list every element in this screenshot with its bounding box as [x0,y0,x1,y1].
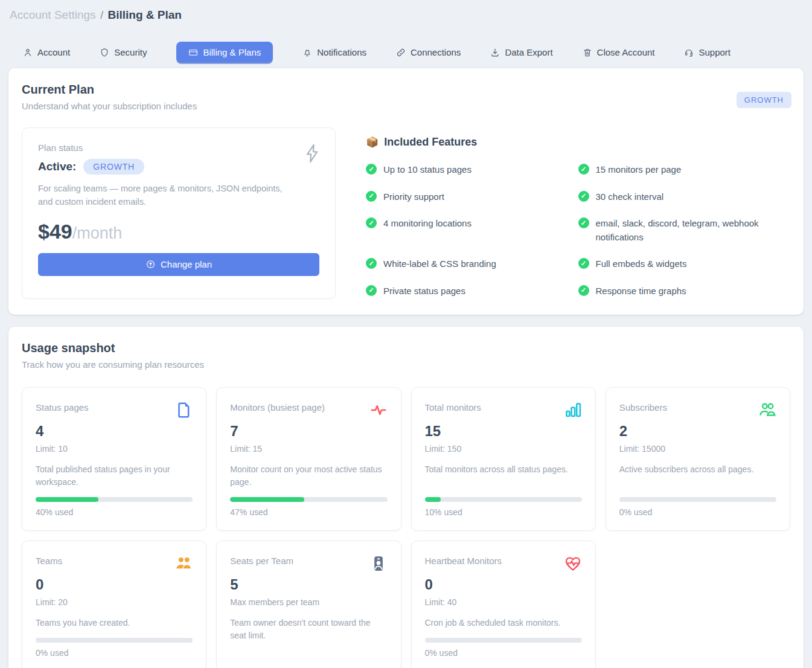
tab-connections[interactable]: Connections [396,42,461,63]
headset-icon [684,48,694,57]
usage-card-subscribers: Subscribers 2 Limit: 15000 Active subscr… [606,387,790,531]
usage-progress-fill [230,497,304,502]
feature-text: Up to 10 status pages [383,163,472,177]
usage-progress-track [230,497,387,502]
feature-item: Private status pages [366,284,578,298]
feature-item: Response time graphs [578,284,791,298]
tab-label: Support [699,47,730,57]
plan-price-row: $49/month [38,220,319,243]
download-icon [490,48,500,57]
usage-title: Usage snapshot [22,341,790,355]
usage-card-value: 2 [619,423,776,440]
feature-text: 15 monitors per page [596,163,682,177]
usage-card-label: Total monitors [425,401,481,413]
usage-percent-label: 0% used [425,648,582,658]
usage-card-teams: Teams 0 Limit: 20 Teams you have created… [22,541,206,668]
usage-cards-grid: Status pages 4 Limit: 10 Total published… [22,387,790,668]
check-icon [366,258,377,269]
current-plan-title: Current Plan [22,83,790,97]
usage-card-label: Subscribers [619,401,667,413]
check-icon [578,285,589,296]
plan-description: For scaling teams — more pages & monitor… [38,182,292,209]
tab-notifications[interactable]: Notifications [302,42,366,63]
usage-percent-label: 40% used [36,507,193,517]
usage-card-value: 0 [425,576,582,593]
usage-card-description: Team owner doesn't count toward the seat… [230,617,387,658]
tab-close-account[interactable]: Close Account [583,42,655,63]
usage-progress-track [36,497,193,502]
plan-tier-badge: GROWTH [737,92,791,108]
tab-account[interactable]: Account [23,42,70,63]
usage-card-limit: Max members per team [230,597,387,607]
feature-text: 30 check interval [596,190,664,204]
check-icon [578,191,589,202]
usage-card-heartbeat-monitors: Heartbeat Monitors 0 Limit: 40 Cron job … [411,541,596,668]
tab-label: Close Account [597,47,655,57]
change-plan-label: Change plan [161,259,212,269]
link-icon [396,48,406,57]
usage-card-label: Status pages [36,401,89,413]
users-outline-icon [758,401,776,422]
tab-label: Connections [411,47,461,57]
feature-item: 15 monitors per page [578,163,791,177]
tab-security[interactable]: Security [100,42,147,63]
plan-status-label: Plan status [38,143,319,153]
plan-badge: GROWTH [83,159,144,175]
usage-progress-track [36,638,193,643]
breadcrumb-section[interactable]: Account Settings [10,8,96,21]
usage-snapshot-panel: Usage snapshot Track how you are consumi… [8,327,804,668]
usage-card-limit: Limit: 15 [230,444,387,454]
usage-card-value: 7 [230,423,387,440]
usage-card-value: 5 [230,576,387,593]
usage-card-label: Seats per Team [230,554,293,566]
user-icon [23,48,33,57]
plan-period: /month [72,224,123,242]
current-plan-subtitle: Understand what your subscription includ… [22,101,790,111]
usage-card-description: Teams you have created. [36,617,193,638]
usage-card-total-monitors: Total monitors 15 Limit: 150 Total monit… [411,387,596,531]
feature-text: 4 monitoring locations [383,217,472,244]
tab-billing-plans[interactable]: Billing & Plans [176,42,273,63]
check-icon [366,164,377,175]
included-features-title: 📦 Included Features [366,136,790,149]
file-icon [174,401,193,422]
feature-text: Full embeds & widgets [596,257,687,271]
check-icon [578,258,589,269]
tab-label: Notifications [317,47,366,57]
tab-label: Data Export [505,47,552,57]
usage-subtitle: Track how you are consuming plan resourc… [22,359,790,370]
usage-progress-track [619,497,776,502]
feature-item: 4 monitoring locations [366,217,578,244]
usage-card-value: 0 [36,576,193,593]
users-filled-icon [174,554,193,575]
usage-card-label: Heartbeat Monitors [425,554,502,566]
usage-percent-label: 47% used [230,507,387,517]
bar-chart-icon [564,401,582,422]
features-grid: Up to 10 status pages 15 monitors per pa… [366,163,790,298]
usage-card-seats-per-team: Seats per Team 5 Max members per team Te… [216,541,401,668]
usage-card-value: 4 [36,423,193,440]
plan-status-value: Active: [38,160,76,173]
usage-card-description: Total published status pages in your wor… [36,463,193,497]
bell-icon [302,48,312,57]
feature-text: Priority support [383,190,444,204]
usage-card-limit: Limit: 40 [425,597,582,607]
feature-item: Full embeds & widgets [578,257,791,271]
usage-card-description: Active subscribers across all pages. [619,463,776,497]
plan-price: $49 [38,220,72,243]
current-plan-panel: Current Plan Understand what your subscr… [8,68,804,315]
page-title: Billing & Plan [107,8,181,21]
usage-card-limit: Limit: 150 [425,444,582,454]
included-features-heading: Included Features [384,136,477,149]
plan-status-card: Plan status Active: GROWTH For scaling t… [22,127,336,299]
usage-progress-track [425,638,582,643]
tab-support[interactable]: Support [684,42,730,63]
change-plan-button[interactable]: Change plan [38,253,319,276]
settings-tab-bar: Account Security Billing & Plans Notific… [23,42,812,63]
feature-item: 30 check interval [578,190,791,204]
feature-text: email, slack, discord, telegram, webhook… [596,217,767,244]
tab-data-export[interactable]: Data Export [490,42,552,63]
feature-text: Response time graphs [596,284,686,298]
usage-card-description: Total monitors across all status pages. [425,463,582,497]
check-icon [366,191,377,202]
